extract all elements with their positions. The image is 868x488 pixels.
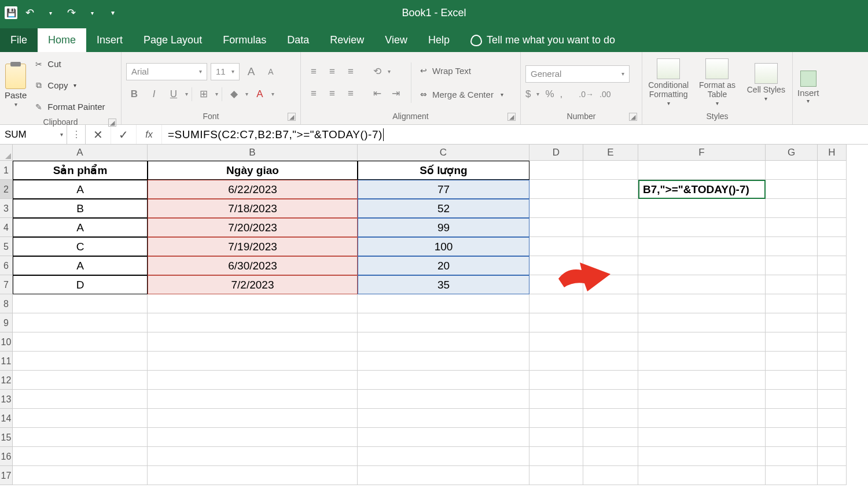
cell-B12[interactable] bbox=[148, 371, 358, 390]
cell-D5[interactable] bbox=[529, 237, 583, 256]
row-header-15[interactable]: 15 bbox=[0, 428, 12, 447]
cell-G3[interactable] bbox=[766, 199, 818, 218]
cell-A16[interactable] bbox=[13, 447, 148, 466]
col-header-D[interactable]: D bbox=[529, 145, 583, 160]
cell-area[interactable]: Sản phẩmNgày giaoSố lượngA6/22/202377B7,… bbox=[13, 161, 847, 485]
merge-center-button[interactable]: ⇔Merge & Center▾ bbox=[418, 85, 503, 104]
cell-H8[interactable] bbox=[818, 294, 847, 313]
align-top-icon[interactable]: ≡ bbox=[306, 64, 322, 80]
fill-color-button[interactable]: ◆ bbox=[226, 86, 242, 102]
cell-H5[interactable] bbox=[818, 237, 847, 256]
increase-decimal-icon[interactable]: .0→ bbox=[579, 90, 594, 99]
row-header-4[interactable]: 4 bbox=[0, 218, 12, 237]
cell-F12[interactable] bbox=[638, 371, 766, 390]
undo-dropdown-icon[interactable]: ▾ bbox=[42, 4, 59, 21]
row-header-7[interactable]: 7 bbox=[0, 275, 12, 294]
cell-B10[interactable] bbox=[148, 332, 358, 352]
cell-F13[interactable] bbox=[638, 390, 766, 409]
cell-C10[interactable] bbox=[358, 332, 529, 352]
cell-E9[interactable] bbox=[583, 313, 638, 332]
conditional-formatting-button[interactable]: Conditional Formatting▾ bbox=[647, 58, 690, 106]
underline-button[interactable]: U bbox=[165, 86, 182, 102]
format-painter-button[interactable]: ✎Format Painter bbox=[34, 97, 105, 116]
cell-H13[interactable] bbox=[818, 390, 847, 409]
font-size-combo[interactable]: 11▾ bbox=[211, 63, 240, 80]
row-header-17[interactable]: 17 bbox=[0, 466, 12, 485]
row-header-14[interactable]: 14 bbox=[0, 409, 12, 428]
cell-B8[interactable] bbox=[148, 294, 358, 313]
cell-C11[interactable] bbox=[358, 352, 529, 371]
tab-page-layout[interactable]: Page Layout bbox=[133, 28, 212, 52]
cell-F15[interactable] bbox=[638, 428, 766, 447]
cell-D9[interactable] bbox=[529, 313, 583, 332]
bold-button[interactable]: B bbox=[126, 86, 142, 102]
cell-H4[interactable] bbox=[818, 218, 847, 237]
cell-H15[interactable] bbox=[818, 428, 847, 447]
cell-E17[interactable] bbox=[583, 466, 638, 485]
cell-B17[interactable] bbox=[148, 466, 358, 485]
font-color-button[interactable]: A bbox=[252, 86, 268, 102]
row-header-11[interactable]: 11 bbox=[0, 352, 12, 371]
row-header-1[interactable]: 1 bbox=[0, 161, 12, 180]
cell-D17[interactable] bbox=[529, 466, 583, 485]
cell-H14[interactable] bbox=[818, 409, 847, 428]
cell-B11[interactable] bbox=[148, 352, 358, 371]
row-header-5[interactable]: 5 bbox=[0, 237, 12, 256]
borders-button[interactable]: ⊞ bbox=[196, 86, 212, 102]
cell-D11[interactable] bbox=[529, 352, 583, 371]
redo-icon[interactable]: ↷ bbox=[62, 4, 80, 21]
comma-icon[interactable]: , bbox=[560, 88, 563, 100]
cell-H7[interactable] bbox=[818, 275, 847, 294]
tell-me-search[interactable]: Tell me what you want to do bbox=[460, 28, 626, 52]
cell-H16[interactable] bbox=[818, 447, 847, 466]
row-header-6[interactable]: 6 bbox=[0, 256, 12, 275]
cell-A6[interactable]: A bbox=[13, 256, 148, 275]
cell-B1[interactable]: Ngày giao bbox=[148, 161, 358, 180]
cell-H3[interactable] bbox=[818, 199, 847, 218]
cell-F8[interactable] bbox=[638, 294, 766, 313]
cell-D3[interactable] bbox=[529, 199, 583, 218]
cell-F10[interactable] bbox=[638, 332, 766, 352]
col-header-E[interactable]: E bbox=[583, 145, 638, 160]
tab-formulas[interactable]: Formulas bbox=[212, 28, 277, 52]
cell-C5[interactable]: 100 bbox=[358, 237, 529, 256]
cell-A11[interactable] bbox=[13, 352, 148, 371]
select-all-button[interactable] bbox=[0, 145, 13, 161]
col-header-G[interactable]: G bbox=[766, 145, 818, 160]
cell-A9[interactable] bbox=[13, 313, 148, 332]
align-middle-icon[interactable]: ≡ bbox=[324, 64, 340, 80]
cell-A17[interactable] bbox=[13, 466, 148, 485]
cell-A4[interactable]: A bbox=[13, 218, 148, 237]
cell-E5[interactable] bbox=[583, 237, 638, 256]
cell-H1[interactable] bbox=[818, 161, 847, 180]
cell-G17[interactable] bbox=[766, 466, 818, 485]
cell-A12[interactable] bbox=[13, 371, 148, 390]
column-headers[interactable]: ABCDEFGH bbox=[13, 145, 847, 161]
cell-D16[interactable] bbox=[529, 447, 583, 466]
cell-H2[interactable] bbox=[818, 180, 847, 199]
cell-B7[interactable]: 7/2/2023 bbox=[148, 275, 358, 294]
tab-file[interactable]: File bbox=[0, 28, 38, 52]
cell-A8[interactable] bbox=[13, 294, 148, 313]
cell-C16[interactable] bbox=[358, 447, 529, 466]
font-dialog-icon[interactable]: ◢ bbox=[288, 113, 296, 121]
decrease-font-icon[interactable]: A bbox=[263, 64, 279, 80]
tab-insert[interactable]: Insert bbox=[86, 28, 133, 52]
row-header-8[interactable]: 8 bbox=[0, 294, 12, 313]
cell-A2[interactable]: A bbox=[13, 180, 148, 199]
align-left-icon[interactable]: ≡ bbox=[306, 86, 322, 102]
copy-button[interactable]: ⧉Copy▾ bbox=[34, 76, 105, 95]
cell-F17[interactable] bbox=[638, 466, 766, 485]
paste-button[interactable]: Paste ▾ bbox=[5, 64, 27, 108]
cell-H9[interactable] bbox=[818, 313, 847, 332]
cell-F7[interactable] bbox=[638, 275, 766, 294]
cell-A10[interactable] bbox=[13, 332, 148, 352]
cell-E4[interactable] bbox=[583, 218, 638, 237]
cell-G13[interactable] bbox=[766, 390, 818, 409]
cell-G9[interactable] bbox=[766, 313, 818, 332]
cell-F14[interactable] bbox=[638, 409, 766, 428]
wrap-text-button[interactable]: ↩Wrap Text bbox=[418, 61, 503, 80]
cell-B3[interactable]: 7/18/2023 bbox=[148, 199, 358, 218]
cell-G12[interactable] bbox=[766, 371, 818, 390]
worksheet-grid[interactable]: ABCDEFGH 1234567891011121314151617 Sản p… bbox=[0, 145, 868, 488]
